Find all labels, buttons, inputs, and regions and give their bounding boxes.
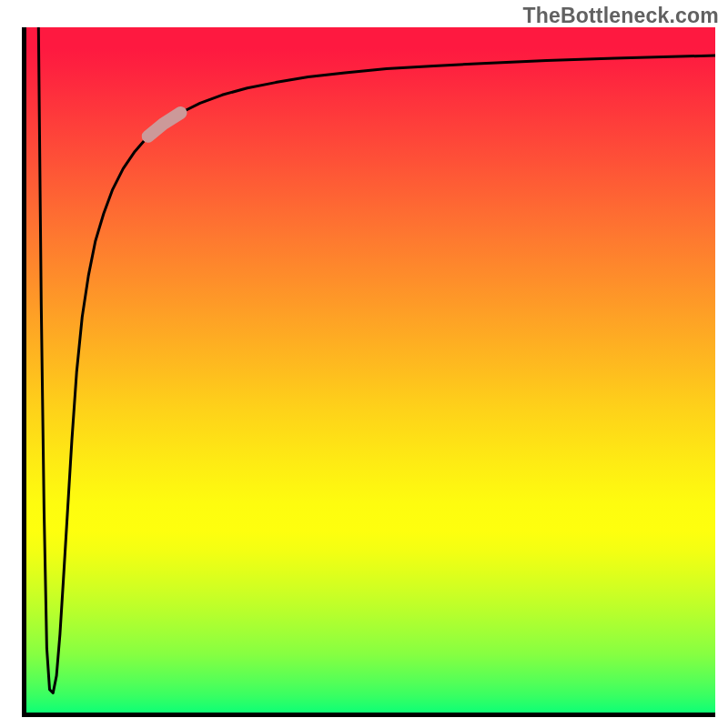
plot-area (22, 27, 715, 717)
curve-layer (22, 27, 715, 717)
watermark-text: TheBottleneck.com (522, 4, 719, 28)
bottleneck-curve (38, 27, 715, 693)
chart-container: TheBottleneck.com (0, 0, 728, 728)
curve-highlight-segment (148, 113, 181, 136)
